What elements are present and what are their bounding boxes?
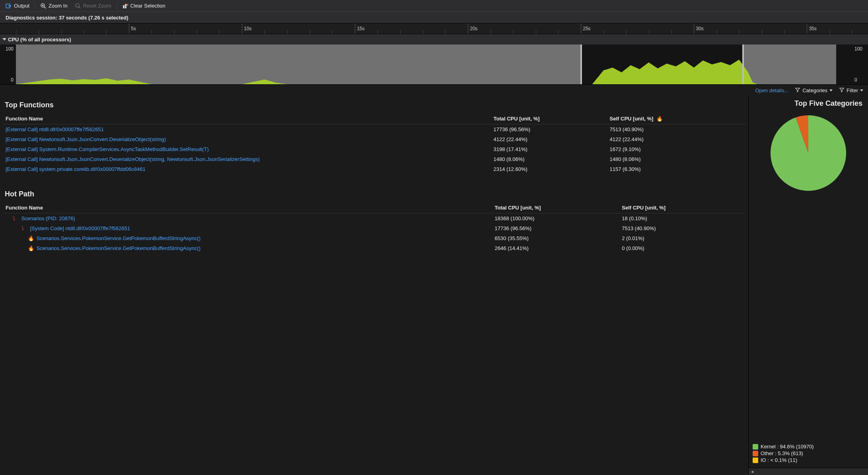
svg-line-6 (79, 7, 80, 8)
ruler-minor-tick (649, 30, 649, 35)
total-cpu-cell: 3198 (17.41%) (490, 144, 607, 154)
col-function-name[interactable]: Function Name (2, 113, 490, 124)
legend-label: IO : < 0.1% (11) (761, 457, 797, 463)
table-row[interactable]: 🔥 Scenarios.Services.PokemonService.GetP… (2, 243, 746, 253)
horizontal-scrollbar[interactable]: ◄ (749, 468, 868, 475)
zoom-in-icon (40, 3, 47, 9)
right-panel: Top Five Categories Kernel : 94.6% (1097… (749, 96, 868, 475)
hotpath-icon: ⤵ (13, 216, 20, 221)
col-self-cpu[interactable]: Self CPU [unit, %] (619, 202, 746, 213)
cpu-chart-header[interactable]: CPU (% of all processors) (0, 34, 868, 45)
table-row[interactable]: [External Call] Newtonsoft.Json.JsonConv… (2, 134, 746, 144)
categories-dropdown[interactable]: Categories (795, 87, 833, 94)
toolbar-separator (35, 2, 35, 10)
axis-max-r: 100 (854, 46, 862, 52)
total-cpu-cell: 17736 (96.56%) (490, 124, 607, 135)
funnel-icon (839, 87, 845, 94)
categories-legend: Kernel : 94.6% (10970)Other : 5.3% (613)… (753, 443, 864, 464)
function-link[interactable]: [External Call] System.Runtime.CompilerS… (6, 146, 209, 152)
ruler-major-tick: 20s (468, 23, 477, 34)
categories-label: Categories (802, 87, 827, 93)
cpu-chart[interactable]: 100 0 100 0 (0, 45, 868, 84)
svg-rect-7 (123, 5, 125, 8)
selection-handle[interactable] (742, 45, 744, 84)
ruler-minor-tick (287, 30, 288, 35)
ruler-minor-tick (513, 30, 514, 35)
cpu-header-label: CPU (% of all processors) (8, 37, 71, 43)
main-content: Top Functions Function Name Total CPU [u… (0, 96, 868, 475)
hot-path-table: Function Name Total CPU [unit, %] Self C… (2, 202, 746, 253)
scroll-left-icon[interactable]: ◄ (749, 468, 756, 475)
ruler-minor-tick (536, 30, 536, 35)
pie-slice[interactable] (771, 115, 846, 191)
reset-zoom-icon (75, 3, 81, 9)
function-link[interactable]: Scenarios.Services.PokemonService.GetPok… (37, 245, 200, 251)
ruler-major-tick: 15s (355, 23, 364, 34)
svg-line-2 (44, 7, 46, 8)
table-row[interactable]: [External Call] System.Runtime.CompilerS… (2, 144, 746, 154)
table-row[interactable]: [External Call] system.private.corelib.d… (2, 164, 746, 174)
legend-swatch (753, 458, 758, 463)
top-functions-title: Top Functions (5, 101, 743, 109)
legend-item[interactable]: Kernel : 94.6% (10970) (753, 444, 864, 450)
function-link[interactable]: Scenarios (PID: 20876) (21, 215, 75, 221)
axis-min: 0 (11, 77, 14, 83)
function-link[interactable]: Scenarios.Services.PokemonService.GetPok… (37, 235, 200, 241)
cpu-axis-right: 100 0 (852, 45, 868, 84)
col-self-cpu[interactable]: Self CPU [unit, %] 🔥 (607, 113, 746, 124)
ruler-minor-tick (558, 30, 559, 35)
legend-item[interactable]: Other : 5.3% (613) (753, 450, 864, 456)
zoom-in-button[interactable]: Zoom In (37, 1, 71, 11)
timeline-ruler[interactable]: 5s10s15s20s25s30s35s (0, 23, 868, 34)
cpu-area (16, 60, 852, 84)
flame-icon: 🔥 (656, 116, 664, 122)
total-cpu-cell: 4122 (22.44%) (490, 134, 607, 144)
legend-item[interactable]: IO : < 0.1% (11) (753, 457, 864, 463)
col-total-cpu[interactable]: Total CPU [unit, %] (492, 202, 619, 213)
ruler-minor-tick (84, 30, 84, 35)
ruler-minor-tick (762, 30, 762, 35)
col-function-name[interactable]: Function Name (2, 202, 492, 213)
self-cpu-cell: 1480 (8.06%) (607, 154, 746, 164)
function-link[interactable]: [External Call] system.private.corelib.d… (6, 166, 146, 172)
clear-selection-button[interactable]: Clear Selection (119, 1, 169, 11)
function-link[interactable]: [External Call] Newtonsoft.Json.JsonConv… (6, 156, 260, 162)
self-cpu-cell: 0 (0.00%) (619, 243, 746, 253)
ruler-minor-tick (445, 30, 446, 35)
table-row[interactable]: [External Call] ntdll.dll!0x00007ffe7f56… (2, 124, 746, 135)
open-details-link[interactable]: Open details... (755, 87, 788, 93)
ruler-minor-tick (152, 30, 152, 35)
legend-label: Kernel : 94.6% (10970) (761, 444, 814, 450)
cpu-axis-left: 100 0 (0, 45, 16, 84)
selection-handle[interactable] (580, 45, 582, 84)
total-cpu-cell: 2314 (12.60%) (490, 164, 607, 174)
col-total-cpu[interactable]: Total CPU [unit, %] (490, 113, 607, 124)
table-row[interactable]: ⤵ Scenarios (PID: 20876)18368 (100.00%)1… (2, 213, 746, 224)
ruler-minor-tick (332, 30, 333, 35)
table-row[interactable]: [External Call] Newtonsoft.Json.JsonConv… (2, 154, 746, 164)
ruler-minor-tick (400, 30, 401, 35)
top-functions-table: Function Name Total CPU [unit, %] Self C… (2, 113, 746, 174)
filter-label: Filter (847, 87, 858, 93)
ruler-minor-tick (603, 30, 604, 35)
total-cpu-cell: 18368 (100.00%) (492, 213, 619, 224)
table-row[interactable]: ⤵ [System Code] ntdll.dll!0x00007ffe7f56… (2, 223, 746, 233)
clear-selection-icon (122, 3, 128, 9)
ruler-minor-tick (174, 30, 175, 35)
function-link[interactable]: [System Code] ntdll.dll!0x00007ffe7f5626… (30, 225, 130, 231)
filter-dropdown[interactable]: Filter (839, 87, 863, 94)
options-bar: Open details... Categories Filter (0, 84, 868, 96)
axis-max: 100 (6, 46, 14, 52)
function-link[interactable]: [External Call] ntdll.dll!0x00007ffe7f56… (6, 126, 104, 132)
table-row[interactable]: 🔥 Scenarios.Services.PokemonService.GetP… (2, 233, 746, 243)
total-cpu-cell: 6530 (35.55%) (492, 233, 619, 243)
ruler-minor-tick (784, 30, 785, 35)
legend-swatch (753, 451, 758, 456)
chevron-down-icon (860, 89, 863, 91)
output-button[interactable]: Output (2, 1, 33, 11)
total-cpu-cell: 1480 (8.06%) (490, 154, 607, 164)
hotpath-icon: ⤵ (21, 226, 29, 231)
legend-swatch (753, 444, 758, 450)
function-link[interactable]: [External Call] Newtonsoft.Json.JsonConv… (6, 136, 166, 142)
ruler-minor-tick (671, 30, 672, 35)
